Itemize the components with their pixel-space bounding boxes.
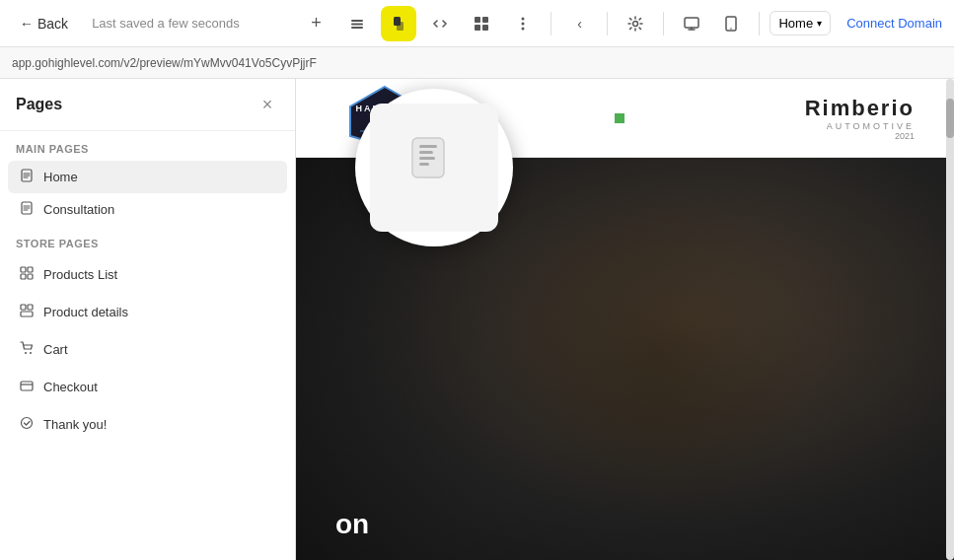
url-text: app.gohighlevel.com/v2/preview/mYwMvv041…: [12, 56, 942, 70]
svg-point-10: [522, 22, 525, 25]
checkout-icon: [20, 379, 34, 395]
page-name-thankyou: Thank you!: [43, 417, 245, 432]
toolbar-icons: + ‹: [298, 6, 831, 41]
svg-rect-20: [21, 274, 26, 279]
back-label: Back: [37, 16, 68, 32]
svg-rect-18: [21, 267, 26, 272]
layers-button[interactable]: [339, 6, 375, 41]
back-button[interactable]: ← Back: [12, 12, 76, 35]
svg-point-9: [522, 17, 525, 20]
url-bar: app.gohighlevel.com/v2/preview/mYwMvv041…: [0, 47, 954, 79]
svg-rect-27: [21, 382, 33, 390]
store-grid-icon: [20, 266, 34, 283]
scroll-thumb[interactable]: [946, 99, 954, 138]
page-name-home: Home: [43, 170, 275, 184]
status-dot: [615, 113, 624, 123]
close-sidebar-button[interactable]: ×: [256, 93, 279, 116]
svg-point-26: [30, 352, 32, 354]
page-item-product-details[interactable]: Product details ···: [8, 293, 287, 330]
back-arrow-icon: ←: [20, 16, 34, 32]
connect-domain-button[interactable]: Connect Domain: [846, 16, 942, 31]
svg-rect-6: [482, 17, 488, 23]
hero-text: on: [335, 509, 369, 540]
pages-sidebar: Pages × Main Pages Home Consultation Sto…: [0, 79, 296, 560]
svg-rect-19: [28, 267, 33, 272]
more-tools-button[interactable]: [505, 6, 541, 41]
page-name-cart: Cart: [43, 342, 245, 357]
svg-rect-4: [397, 22, 404, 31]
rimberio-year: 2021: [805, 131, 915, 141]
rimberio-logo: Rimberio AUTOMOTIVE 2021: [805, 96, 915, 141]
svg-rect-35: [419, 151, 433, 154]
settings-button[interactable]: [618, 6, 653, 41]
hero-glow: [493, 198, 823, 520]
elements-button[interactable]: [464, 6, 499, 41]
svg-point-15: [731, 28, 733, 30]
document-icon-consultation: [20, 201, 34, 218]
svg-rect-7: [475, 25, 480, 31]
add-element-button[interactable]: +: [298, 6, 333, 41]
pages-icon-detail: [370, 104, 498, 232]
svg-rect-37: [419, 163, 429, 166]
check-circle-icon: [20, 416, 34, 433]
store-detail-icon: [20, 304, 34, 320]
svg-point-25: [25, 352, 27, 354]
code-button[interactable]: [422, 6, 458, 41]
page-item-cart[interactable]: Cart ···: [8, 330, 287, 368]
page-item-products-list[interactable]: Products List ···: [8, 255, 287, 293]
divider4: [759, 12, 760, 35]
cart-icon: [20, 341, 34, 358]
chevron-down-icon: ▾: [817, 18, 822, 29]
svg-rect-22: [21, 305, 26, 310]
svg-point-28: [22, 417, 33, 428]
divider3: [663, 12, 664, 35]
main-content: Pages × Main Pages Home Consultation Sto…: [0, 79, 954, 560]
sidebar-header: Pages ×: [0, 79, 295, 131]
page-item-home[interactable]: Home: [8, 161, 287, 193]
rimberio-subtitle: AUTOMOTIVE: [805, 121, 915, 131]
svg-rect-2: [351, 27, 363, 29]
canvas-area: HANOVER ⬡ Rimberio AUTOMOTIVE 2021: [296, 79, 954, 560]
top-bar: ← Back Last saved a few seconds + ‹: [0, 0, 954, 47]
svg-rect-24: [21, 312, 33, 316]
svg-rect-36: [419, 157, 435, 160]
main-pages-label: Main Pages: [8, 143, 287, 161]
svg-rect-5: [475, 17, 480, 23]
svg-rect-0: [351, 20, 363, 22]
main-pages-section: Main Pages Home Consultation: [0, 131, 295, 230]
desktop-view-button[interactable]: [674, 6, 709, 41]
svg-rect-8: [482, 25, 488, 31]
divider: [550, 12, 551, 35]
page-item-checkout[interactable]: Checkout ···: [8, 368, 287, 405]
svg-point-12: [633, 21, 638, 26]
pages-icon-svg: [404, 133, 464, 202]
device-icons: [674, 6, 749, 41]
page-item-consultation[interactable]: Consultation: [8, 193, 287, 226]
rimberio-brand-name: Rimberio: [805, 96, 915, 121]
scrollbar[interactable]: [946, 79, 954, 560]
page-name-products-list: Products List: [43, 267, 245, 282]
divider2: [607, 12, 608, 35]
svg-rect-13: [685, 18, 698, 28]
collapse-sidebar-button[interactable]: ‹: [561, 6, 597, 41]
page-item-thankyou[interactable]: Thank you! ···: [8, 405, 287, 443]
svg-point-11: [522, 27, 525, 30]
page-name-product-details: Product details: [43, 305, 245, 319]
sidebar-title: Pages: [16, 96, 62, 113]
page-name-checkout: Checkout: [43, 380, 245, 394]
store-pages-section: Store Pages Products List ··· Product de…: [0, 230, 295, 447]
page-name-consultation: Consultation: [43, 202, 275, 217]
tablet-view-button[interactable]: [713, 6, 749, 41]
svg-rect-34: [419, 145, 437, 148]
pages-icon-magnify: [355, 89, 513, 246]
saved-status: Last saved a few seconds: [92, 16, 240, 31]
page-selector-dropdown[interactable]: Home ▾: [770, 11, 831, 35]
svg-rect-1: [351, 23, 363, 25]
pages-button[interactable]: [381, 6, 416, 41]
page-selector-label: Home: [778, 16, 813, 31]
svg-rect-21: [28, 274, 33, 279]
store-pages-label: Store Pages: [8, 238, 287, 255]
document-icon: [20, 169, 34, 185]
svg-rect-23: [28, 305, 33, 310]
